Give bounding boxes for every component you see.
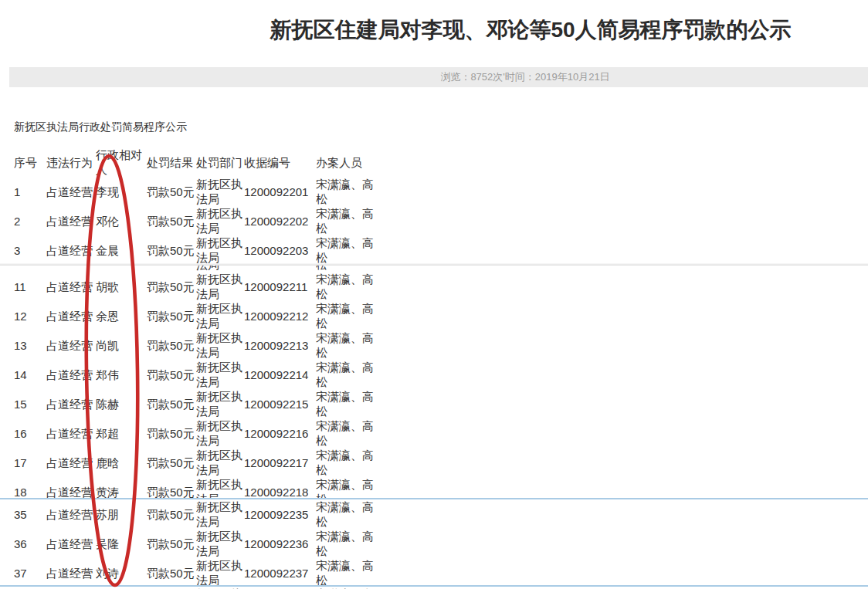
cell-department: 新抚区执法局 xyxy=(196,266,244,272)
table-row: 35 占道经营 苏朋 罚款50元 新抚区执法局 1200092235 宋潇瀛、高… xyxy=(14,499,378,529)
cell-handlers: 宋潇瀛、高松 xyxy=(316,266,378,272)
cell-result: 罚款50元 xyxy=(147,418,196,448)
table-header-row: 序号 违法行为 行政相对人 处罚结果 处罚部门 收据编号 办案人员 xyxy=(14,147,378,177)
penalty-table: 10 占道经营 罚款50元 新抚区执法局 1200092210 宋潇瀛、高松 1… xyxy=(14,266,378,498)
cell-person: 邓伦 xyxy=(96,206,147,235)
cell-department: 新抚区执法局 xyxy=(196,448,244,477)
cell-person: 胡歌 xyxy=(96,272,147,301)
table-row: 17 占道经营 鹿晗 罚款50元 新抚区执法局 1200092217 宋潇瀛、高… xyxy=(14,448,378,477)
cell-handlers: 宋潇瀛、高松 xyxy=(316,330,378,360)
cell-department: 新抚区执法局 xyxy=(196,389,244,418)
cell-result: 罚款50元 xyxy=(147,529,196,558)
cell-receipt: 1200092203 xyxy=(244,235,316,263)
cell-department: 新抚区执法局 xyxy=(196,360,244,389)
cell-result: 罚款50元 xyxy=(147,448,196,477)
cell-result: 罚款50元 xyxy=(147,360,196,389)
cell-person: 鹿晗 xyxy=(96,448,147,477)
cell-behavior: 占道经营 xyxy=(46,418,96,448)
cell-behavior: 占道经营 xyxy=(46,448,96,477)
cell-no: 14 xyxy=(14,360,46,389)
cell-department: 新抚区执法局 xyxy=(196,272,244,301)
intro-line: 新抚区执法局行政处罚简易程序公示 xyxy=(14,120,868,134)
table-row: 18 占道经营 黄涛 罚款50元 新抚区执法局 1200092218 宋潇瀛、高… xyxy=(14,477,378,498)
table-header-row: 序号 违法行为 行政相对人 处罚结果 处罚部门 收据编号 办案人员 xyxy=(14,147,378,177)
meta-text: 浏览：8752次'时间：2019年10月21日 xyxy=(440,71,609,83)
cell-department: 新抚区执法局 xyxy=(196,301,244,330)
table-row: 15 占道经营 陈赫 罚款50元 新抚区执法局 1200092215 宋潇瀛、高… xyxy=(14,389,378,418)
cell-person: 金晨 xyxy=(96,235,147,263)
cell-result: 罚款50元 xyxy=(147,330,196,360)
cell-no: 12 xyxy=(14,301,46,330)
cell-behavior: 占道经营 xyxy=(46,206,96,235)
cell-result: 罚款50元 xyxy=(147,266,196,272)
cell-handlers: 宋潇瀛、高松 xyxy=(316,235,378,263)
cell-receipt: 1200092201 xyxy=(244,177,316,206)
cell-no: 18 xyxy=(14,477,46,498)
cell-receipt: 1200092211 xyxy=(244,272,316,301)
cell-behavior: 占道经营 xyxy=(46,499,96,529)
cell-no: 10 xyxy=(14,266,46,272)
table-row: 1 占道经营 李现 罚款50元 新抚区执法局 1200092201 宋潇瀛、高松 xyxy=(14,177,378,206)
cell-receipt: 1200092202 xyxy=(244,206,316,235)
cell-handlers: 宋潇瀛、高松 xyxy=(316,529,378,558)
cell-department: 新抚区执法局 xyxy=(196,330,244,360)
cell-person: 余恩 xyxy=(96,301,147,330)
table-row: 14 占道经营 郑伟 罚款50元 新抚区执法局 1200092214 宋潇瀛、高… xyxy=(14,360,378,389)
cell-receipt: 1200092210 xyxy=(244,266,316,272)
col-header-handlers: 办案人员 xyxy=(316,147,378,177)
col-header-department: 处罚部门 xyxy=(196,147,244,177)
cell-no: 1 xyxy=(14,177,46,206)
cell-behavior: 占道经营 xyxy=(46,558,96,585)
cell-no: 17 xyxy=(14,448,46,477)
cell-handlers: 宋潇瀛、高松 xyxy=(316,272,378,301)
cell-receipt: 1200092213 xyxy=(244,330,316,360)
cell-no: 13 xyxy=(14,330,46,360)
cell-no: 11 xyxy=(14,272,46,301)
cell-receipt: 1200092215 xyxy=(244,389,316,418)
table-row: 11 占道经营 胡歌 罚款50元 新抚区执法局 1200092211 宋潇瀛、高… xyxy=(14,272,378,301)
cell-person xyxy=(96,266,147,272)
cell-person: 陈赫 xyxy=(96,389,147,418)
cell-person: 尚凯 xyxy=(96,330,147,360)
table-row: 12 占道经营 余恩 罚款50元 新抚区执法局 1200092212 宋潇瀛、高… xyxy=(14,301,378,330)
cell-department: 新抚区执法局 xyxy=(196,499,244,529)
col-header-receipt: 收据编号 xyxy=(244,147,316,177)
col-header-result: 处罚结果 xyxy=(147,147,196,177)
cell-handlers: 宋潇瀛、高松 xyxy=(316,389,378,418)
cell-handlers: 宋潇瀛、高松 xyxy=(316,418,378,448)
cell-behavior: 占道经营 xyxy=(46,266,96,272)
cell-no: 16 xyxy=(14,418,46,448)
cell-no: 2 xyxy=(14,206,46,235)
cell-department: 新抚区执法局 xyxy=(196,418,244,448)
cell-person: 郑超 xyxy=(96,418,147,448)
cell-no: 36 xyxy=(14,529,46,558)
cell-handlers: 宋潇瀛、高松 xyxy=(316,177,378,206)
cell-department: 新抚区执法局 xyxy=(196,477,244,498)
cell-department: 新抚区执法局 xyxy=(196,529,244,558)
cell-receipt: 1200092237 xyxy=(244,558,316,585)
cell-behavior: 占道经营 xyxy=(46,389,96,418)
cell-person: 刘诗 xyxy=(96,558,147,585)
cell-handlers: 宋潇瀛、高松 xyxy=(316,360,378,389)
cell-result: 罚款50元 xyxy=(147,389,196,418)
cell-behavior: 占道经营 xyxy=(46,330,96,360)
cell-behavior: 占道经营 xyxy=(46,177,96,206)
table-row: 13 占道经营 尚凯 罚款50元 新抚区执法局 1200092213 宋潇瀛、高… xyxy=(14,330,378,360)
cell-no: 15 xyxy=(14,389,46,418)
cell-handlers: 宋潇瀛、高松 xyxy=(316,448,378,477)
cell-handlers: 宋潇瀛、高松 xyxy=(316,499,378,529)
cell-receipt: 1200092212 xyxy=(244,301,316,330)
cell-department: 新抚区执法局 xyxy=(196,235,244,263)
cell-result: 罚款50元 xyxy=(147,301,196,330)
table-row: 2 占道经营 邓伦 罚款50元 新抚区执法局 1200092202 宋潇瀛、高松 xyxy=(14,206,378,235)
col-header-no: 序号 xyxy=(14,147,46,177)
cell-handlers: 宋潇瀛、高松 xyxy=(316,206,378,235)
table-row: 16 占道经营 郑超 罚款50元 新抚区执法局 1200092216 宋潇瀛、高… xyxy=(14,418,378,448)
cell-behavior: 占道经营 xyxy=(46,477,96,498)
cell-person: 郑伟 xyxy=(96,360,147,389)
cell-person: 苏朋 xyxy=(96,499,147,529)
table-segment-1: 序号 违法行为 行政相对人 处罚结果 处罚部门 收据编号 办案人员 1 占道经营… xyxy=(0,147,868,263)
cell-behavior: 占道经营 xyxy=(46,235,96,263)
table-row: 3 占道经营 金晨 罚款50元 新抚区执法局 1200092203 宋潇瀛、高松 xyxy=(14,235,378,263)
cell-receipt: 1200092217 xyxy=(244,448,316,477)
